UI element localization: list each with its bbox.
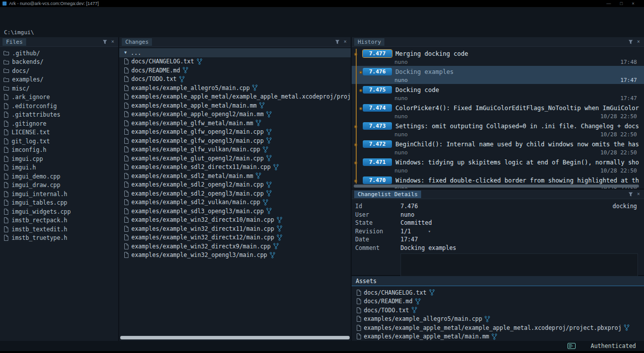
file-tree-item[interactable]: imconfig.h bbox=[0, 146, 118, 155]
filter-icon[interactable] bbox=[335, 40, 340, 44]
file-tree-item[interactable]: imstb_textedit.h bbox=[0, 225, 118, 234]
changed-file-row[interactable]: examples/example_sdl2_vulkan/main.cpp bbox=[119, 198, 351, 207]
file-tree-item[interactable]: imstb_truetype.h bbox=[0, 234, 118, 243]
filter-icon[interactable] bbox=[628, 40, 633, 44]
filter-icon[interactable] bbox=[103, 40, 107, 44]
changed-file-row[interactable]: examples/example_sdl2_directx11/main.cpp bbox=[119, 163, 351, 172]
changes-root-row[interactable]: ▼ ... bbox=[119, 48, 351, 57]
changed-file-row[interactable]: examples/example_apple_metal/main.mm bbox=[119, 101, 351, 110]
file-tree-item[interactable]: LICENSE.txt bbox=[0, 128, 118, 137]
history-item[interactable]: 7.472 BeginChild(): Internal name used b… bbox=[352, 138, 644, 156]
detail-fields: Id 7.476 ▾ docking User nuno ▾ State Com… bbox=[352, 199, 644, 252]
file-tree-item[interactable]: imgui_widgets.cpp bbox=[0, 207, 118, 216]
file-name: .gitignore bbox=[12, 120, 46, 127]
scrollbar-thumb[interactable] bbox=[120, 336, 350, 339]
changed-file-row[interactable]: docs/README.md bbox=[352, 297, 644, 306]
revision-badge[interactable]: 7.474 bbox=[363, 104, 392, 112]
changed-file-row[interactable]: examples/example_glfw_metal/main.mm bbox=[119, 119, 351, 128]
history-item[interactable]: 7.475 Docking code nuno 17:47 bbox=[352, 84, 644, 102]
history-item[interactable]: 7.471 Windows: tidying up skipitems logi… bbox=[352, 156, 644, 174]
close-button[interactable]: × bbox=[632, 1, 634, 6]
changed-file-row[interactable]: examples/example_sdl3_opengl3/main.cpp bbox=[119, 207, 351, 216]
changed-file-row[interactable]: examples/example_sdl2_opengl3/main.cpp bbox=[119, 189, 351, 198]
close-icon[interactable]: × bbox=[637, 39, 640, 44]
file-path: examples/example_apple_metal/main.mm bbox=[364, 333, 489, 340]
revision-badge[interactable]: 7.470 bbox=[363, 176, 392, 184]
changed-file-row[interactable]: examples/example_glfw_opengl2/main.cpp bbox=[119, 128, 351, 137]
commit-graph-dot bbox=[359, 107, 362, 110]
file-tree-item[interactable]: imgui_demo.cpp bbox=[0, 172, 118, 181]
file-tree-item[interactable]: imgui_draw.cpp bbox=[0, 181, 118, 190]
file-tree-item[interactable]: backends/ bbox=[0, 58, 118, 67]
changed-file-row[interactable]: examples/example_win32_directx12/main.cp… bbox=[119, 233, 351, 242]
changed-file-row[interactable]: examples/example_win32_opengl3/main.cpp bbox=[119, 251, 351, 260]
assets-header[interactable]: Assets bbox=[352, 276, 644, 286]
changes-hscrollbar[interactable] bbox=[120, 336, 350, 339]
file-tree-item[interactable]: docs/ bbox=[0, 66, 118, 75]
history-item[interactable]: 7.476 Docking examples nuno 17:47 bbox=[352, 66, 644, 84]
file-tree-item[interactable]: .ark_ignore bbox=[0, 93, 118, 102]
history-item[interactable]: 7.474 ColorPicker4(): Fixed ImGuiColorEd… bbox=[352, 102, 644, 120]
branch-fork-icon bbox=[277, 234, 282, 241]
changed-file-row[interactable]: examples/example_apple_metal/example_app… bbox=[352, 323, 644, 332]
chevron-down-icon[interactable]: ▾ bbox=[428, 229, 431, 234]
close-icon[interactable]: × bbox=[344, 39, 347, 44]
detail-label: Comment bbox=[355, 244, 400, 251]
changed-file-row[interactable]: examples/example_sdl2_opengl2/main.cpp bbox=[119, 181, 351, 190]
history-item[interactable]: 7.473 Settings: omit outputing Collapsed… bbox=[352, 120, 644, 138]
file-tree-item[interactable]: .editorconfig bbox=[0, 102, 118, 111]
revision-badge[interactable]: 7.476 bbox=[363, 68, 392, 75]
changed-file-row[interactable]: docs/README.md bbox=[119, 66, 351, 75]
branch-fork-icon bbox=[266, 111, 272, 118]
history-item[interactable]: 7.477 Merging docking code nuno 17:48 bbox=[352, 48, 644, 66]
revision-badge[interactable]: 7.473 bbox=[363, 122, 392, 130]
changed-file-row[interactable]: examples/example_allegro5/main.cpp bbox=[352, 315, 644, 324]
file-tree-item[interactable]: imgui_tables.cpp bbox=[0, 199, 118, 208]
filter-icon[interactable] bbox=[628, 192, 633, 197]
changed-file-row[interactable]: docs/TODO.txt bbox=[352, 306, 644, 315]
changed-file-row[interactable]: examples/example_sdl2_metal/main.mm bbox=[119, 171, 351, 181]
minimize-button[interactable]: — bbox=[606, 1, 611, 6]
file-tree-item[interactable]: imgui.h bbox=[0, 163, 118, 172]
changed-file-row[interactable]: examples/example_glfw_vulkan/main.cpp bbox=[119, 145, 351, 154]
file-icon bbox=[4, 147, 9, 153]
file-tree-item[interactable]: .gitattributes bbox=[0, 111, 118, 120]
history-panel: History × 7.477 Merging docking code nun… bbox=[352, 37, 644, 189]
branch-fork-icon bbox=[270, 252, 275, 258]
files-panel-title: Files bbox=[3, 38, 26, 46]
changed-file-row[interactable]: examples/example_glut_opengl2/main.cpp bbox=[119, 154, 351, 163]
file-tree-item[interactable]: imgui_internal.h bbox=[0, 190, 118, 199]
file-tree-item[interactable]: .gitignore bbox=[0, 119, 118, 128]
changed-file-row[interactable]: examples/example_apple_metal/main.mm bbox=[352, 332, 644, 341]
file-tree-item[interactable]: imgui.cpp bbox=[0, 154, 118, 163]
file-tree-item[interactable]: .github/ bbox=[0, 49, 118, 58]
comment-area[interactable] bbox=[400, 253, 638, 277]
folder-icon bbox=[4, 50, 9, 56]
file-tree-item[interactable]: misc/ bbox=[0, 84, 118, 93]
changed-file-row[interactable]: examples/example_apple_metal/example_app… bbox=[119, 93, 351, 102]
expand-triangle-icon[interactable]: ▼ bbox=[124, 50, 127, 55]
close-icon[interactable]: × bbox=[637, 192, 640, 197]
file-tree-item[interactable]: examples/ bbox=[0, 75, 118, 84]
revision-badge[interactable]: 7.477 bbox=[363, 50, 392, 57]
file-tree-item[interactable]: imstb_rectpack.h bbox=[0, 216, 118, 225]
changed-file-row[interactable]: examples/example_apple_opengl2/main.mm bbox=[119, 110, 351, 119]
detail-field-row: State Committed ▾ bbox=[352, 219, 644, 227]
changed-file-row[interactable]: examples/example_win32_directx11/main.cp… bbox=[119, 224, 351, 233]
changed-file-row[interactable]: examples/example_win32_directx10/main.cp… bbox=[119, 216, 351, 225]
changed-file-row[interactable]: examples/example_allegro5/main.cpp bbox=[119, 83, 351, 93]
revision-badge[interactable]: 7.471 bbox=[363, 158, 392, 166]
scrollbar-thumb[interactable] bbox=[354, 185, 639, 188]
changed-file-row[interactable]: examples/example_win32_directx9/main.cpp bbox=[119, 242, 351, 251]
revision-badge[interactable]: 7.472 bbox=[363, 140, 392, 148]
maximize-button[interactable]: □ bbox=[620, 1, 622, 6]
close-icon[interactable]: × bbox=[111, 39, 114, 44]
changed-file-row[interactable]: docs/CHANGELOG.txt bbox=[352, 288, 644, 297]
changed-file-row[interactable]: examples/example_glfw_opengl3/main.cpp bbox=[119, 136, 351, 145]
changed-file-row[interactable]: docs/CHANGELOG.txt bbox=[119, 57, 351, 66]
history-hscrollbar[interactable] bbox=[354, 185, 639, 188]
file-icon bbox=[4, 191, 9, 197]
file-tree-item[interactable]: git_log.txt bbox=[0, 137, 118, 146]
revision-badge[interactable]: 7.475 bbox=[363, 86, 392, 94]
changed-file-row[interactable]: docs/TODO.txt bbox=[119, 75, 351, 84]
